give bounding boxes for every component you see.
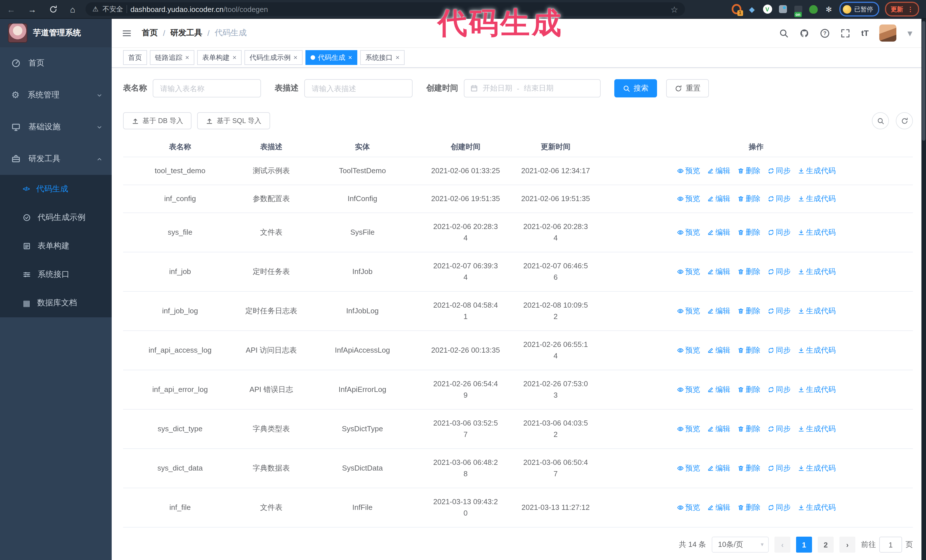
table-desc-input[interactable] (304, 79, 413, 97)
sidebar-item-infra[interactable]: 基础设施 (0, 111, 112, 143)
bookmark-star-icon[interactable]: ☆ (670, 5, 678, 14)
action-generate[interactable]: 生成代码 (797, 227, 836, 238)
import-sql-button[interactable]: 基于 SQL 导入 (197, 112, 270, 129)
page-button-2[interactable]: 2 (818, 537, 834, 552)
help-icon[interactable]: ? (820, 28, 830, 38)
action-edit[interactable]: 编辑 (707, 266, 730, 278)
action-generate[interactable]: 生成代码 (797, 165, 836, 177)
action-delete[interactable]: 删除 (737, 165, 761, 177)
action-edit[interactable]: 编辑 (707, 305, 730, 317)
extensions-puzzle-icon[interactable]: ✻ (824, 4, 834, 14)
action-delete[interactable]: 删除 (737, 502, 761, 513)
back-icon[interactable]: ← (7, 5, 15, 14)
user-avatar[interactable] (879, 24, 897, 42)
window-scrollbar[interactable] (921, 19, 926, 560)
extension-icon-tampermonkey[interactable] (809, 4, 818, 14)
breadcrumb-home[interactable]: 首页 (142, 28, 158, 38)
action-delete[interactable]: 删除 (737, 305, 761, 317)
action-preview[interactable]: 预览 (677, 165, 700, 177)
page-button-1[interactable]: 1 (796, 537, 812, 552)
font-size-icon[interactable]: tT (861, 29, 869, 38)
action-sync[interactable]: 同步 (767, 423, 791, 435)
tab-close-icon[interactable]: × (348, 51, 352, 64)
action-sync[interactable]: 同步 (767, 305, 791, 317)
reset-button[interactable]: 重置 (666, 79, 709, 97)
forward-icon[interactable]: → (28, 5, 36, 14)
action-preview[interactable]: 预览 (677, 423, 700, 435)
sidebar-item-system[interactable]: ⚙系统管理 (0, 79, 112, 111)
tab-close-icon[interactable]: × (233, 51, 236, 64)
action-delete[interactable]: 删除 (737, 266, 761, 278)
action-sync[interactable]: 同步 (767, 227, 791, 238)
extension-icon-vpn[interactable]: V (763, 4, 772, 14)
action-edit[interactable]: 编辑 (707, 502, 730, 513)
toggle-search-button[interactable] (872, 112, 889, 129)
sidebar-item-home[interactable]: 首页 (0, 47, 112, 79)
action-delete[interactable]: 删除 (737, 423, 761, 435)
action-generate[interactable]: 生成代码 (797, 305, 836, 317)
action-generate[interactable]: 生成代码 (797, 384, 836, 395)
hamburger-icon[interactable] (122, 28, 132, 38)
table-name-input[interactable] (153, 79, 261, 97)
action-preview[interactable]: 预览 (677, 193, 700, 205)
action-sync[interactable]: 同步 (767, 384, 791, 395)
extension-icon-gray[interactable] (778, 4, 788, 14)
action-preview[interactable]: 预览 (677, 384, 700, 395)
action-edit[interactable]: 编辑 (707, 227, 730, 238)
sidebar-item-codegen[interactable]: </>代码生成 (0, 175, 112, 203)
home-icon[interactable]: ⌂ (70, 5, 75, 14)
action-generate[interactable]: 生成代码 (797, 502, 836, 513)
action-preview[interactable]: 预览 (677, 305, 700, 317)
extension-icon-orange[interactable]: 1 (732, 4, 741, 14)
date-range-picker[interactable]: 开始日期 - 结束日期 (464, 79, 601, 97)
sidebar-item-db-doc[interactable]: ▦数据库文档 (0, 289, 112, 317)
action-sync[interactable]: 同步 (767, 463, 791, 474)
action-generate[interactable]: 生成代码 (797, 266, 836, 278)
action-delete[interactable]: 删除 (737, 345, 761, 356)
action-edit[interactable]: 编辑 (707, 463, 730, 474)
scrollbar-thumb[interactable] (922, 21, 925, 141)
action-sync[interactable]: 同步 (767, 266, 791, 278)
sidebar-item-form-build[interactable]: 表单构建 (0, 232, 112, 260)
import-db-button[interactable]: 基于 DB 导入 (123, 112, 192, 129)
chevron-down-icon[interactable]: ▾ (908, 28, 912, 38)
action-generate[interactable]: 生成代码 (797, 193, 836, 205)
action-sync[interactable]: 同步 (767, 165, 791, 177)
goto-page-input[interactable] (879, 537, 902, 552)
action-preview[interactable]: 预览 (677, 227, 700, 238)
action-preview[interactable]: 预览 (677, 345, 700, 356)
page-size-select[interactable]: 10条/页▾ (712, 537, 769, 552)
tab-close-icon[interactable]: × (294, 51, 298, 64)
extension-icon-switch[interactable]: on (793, 4, 803, 14)
action-edit[interactable]: 编辑 (707, 193, 730, 205)
search-icon[interactable] (779, 28, 789, 38)
refresh-table-button[interactable] (896, 112, 913, 129)
security-indicator[interactable]: ⚠ 不安全 (92, 4, 123, 14)
action-delete[interactable]: 删除 (737, 463, 761, 474)
prev-page-button[interactable]: ‹ (775, 537, 790, 552)
action-edit[interactable]: 编辑 (707, 345, 730, 356)
action-delete[interactable]: 删除 (737, 227, 761, 238)
tab-codegen-example[interactable]: 代码生成示例× (244, 50, 303, 65)
action-preview[interactable]: 预览 (677, 266, 700, 278)
fullscreen-icon[interactable] (841, 28, 850, 38)
sidebar-item-codegen-example[interactable]: 代码生成示例 (0, 203, 112, 232)
tab-home[interactable]: 首页 (123, 50, 147, 65)
action-sync[interactable]: 同步 (767, 193, 791, 205)
browser-menu-icon[interactable]: ⋮ (907, 5, 914, 13)
action-preview[interactable]: 预览 (677, 463, 700, 474)
sidebar-logo[interactable]: 芋道管理系统 (0, 19, 112, 47)
action-delete[interactable]: 删除 (737, 384, 761, 395)
action-generate[interactable]: 生成代码 (797, 423, 836, 435)
tab-trace[interactable]: 链路追踪× (150, 50, 194, 65)
tab-system-api[interactable]: 系统接口× (360, 50, 405, 65)
action-preview[interactable]: 预览 (677, 502, 700, 513)
browser-update-button[interactable]: 更新⋮ (885, 2, 919, 17)
sidebar-item-system-api[interactable]: 系统接口 (0, 260, 112, 289)
address-bar[interactable]: ⚠ 不安全 dashboard.yudao.iocoder.cn/tool/co… (85, 2, 685, 16)
action-edit[interactable]: 编辑 (707, 165, 730, 177)
action-edit[interactable]: 编辑 (707, 384, 730, 395)
search-button[interactable]: 搜索 (614, 79, 657, 97)
extension-icon-gem[interactable]: ◆ (747, 4, 757, 14)
action-generate[interactable]: 生成代码 (797, 345, 836, 356)
